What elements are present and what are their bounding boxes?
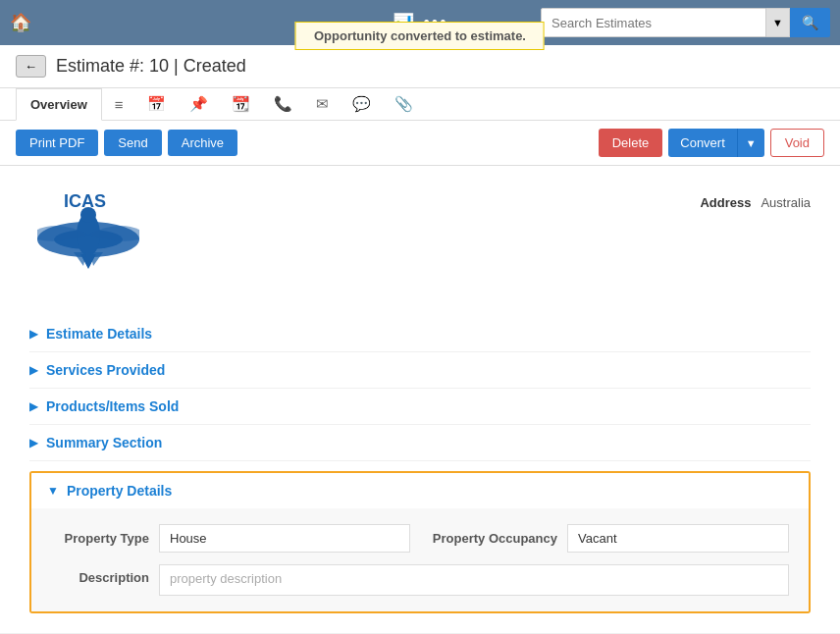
chevron-right-icon: ▶ <box>29 436 38 449</box>
tab-table-icon[interactable]: ≡ <box>104 89 134 120</box>
convert-button-group: Convert ▼ <box>668 129 763 157</box>
tab-pin-icon[interactable]: 📌 <box>179 88 219 120</box>
description-label: Description <box>51 564 149 585</box>
property-details-body: Property Type House Property Occupancy V… <box>31 508 809 611</box>
property-occupancy-field: Property Occupancy Vacant <box>430 524 789 553</box>
chevron-right-icon: ▶ <box>29 399 38 413</box>
notification-banner: Opportunity converted to estimate. <box>295 22 545 50</box>
action-bar-right: Delete Convert ▼ Void <box>599 129 824 157</box>
action-bar: Print PDF Send Archive Delete Convert ▼ … <box>0 121 840 166</box>
search-input[interactable] <box>541 8 766 37</box>
tab-phone-icon[interactable]: 📞 <box>263 88 303 120</box>
summary-section-label[interactable]: Summary Section <box>46 435 162 450</box>
company-logo: ICAS <box>29 185 147 284</box>
address-area: Address Australia <box>700 185 811 210</box>
services-provided-section[interactable]: ▶ Services Provided <box>29 352 811 389</box>
search-go-button[interactable]: 🔍 <box>790 8 830 37</box>
tab-email-icon[interactable]: ✉ <box>305 88 340 120</box>
tab-calendar-icon[interactable]: 📅 <box>136 88 177 120</box>
products-items-section[interactable]: ▶ Products/Items Sold <box>29 389 811 425</box>
page-title: Estimate #: 10 | Created <box>56 56 246 77</box>
summary-section-item[interactable]: ▶ Summary Section <box>29 425 811 461</box>
action-bar-left: Print PDF Send Archive <box>16 130 237 156</box>
estimate-details-label[interactable]: Estimate Details <box>46 326 152 342</box>
property-type-value: House <box>159 524 410 553</box>
address-value: Australia <box>761 195 811 210</box>
search-dropdown-button[interactable]: ▼ <box>766 8 790 37</box>
main-content: ICAS Address Australia ▶ <box>0 166 840 633</box>
property-details-label: Property Details <box>67 483 172 499</box>
property-occupancy-label: Property Occupancy <box>430 531 557 546</box>
chevron-right-icon: ▶ <box>29 363 38 377</box>
header-section: ICAS Address Australia <box>29 185 811 287</box>
tab-notes-icon[interactable]: 💬 <box>341 88 382 120</box>
description-value[interactable]: property description <box>159 564 789 596</box>
property-type-row: Property Type House Property Occupancy V… <box>51 524 789 553</box>
chevron-down-icon: ▼ <box>47 484 59 498</box>
tab-schedule-icon[interactable]: 📆 <box>221 88 261 120</box>
tabs-row: Overview ≡ 📅 📌 📆 📞 ✉ 💬 📎 <box>0 88 840 121</box>
search-bar: ▼ 🔍 <box>541 8 830 37</box>
property-details-header[interactable]: ▼ Property Details <box>31 473 809 508</box>
notification-text: Opportunity converted to estimate. <box>314 28 526 43</box>
tab-attach-icon[interactable]: 📎 <box>384 88 424 120</box>
property-details-section: ▼ Property Details Property Type House P… <box>29 471 811 613</box>
chevron-right-icon: ▶ <box>29 327 38 341</box>
home-icon[interactable]: 🏠 <box>10 12 31 33</box>
svg-marker-6 <box>74 252 86 266</box>
back-button[interactable]: ← <box>16 55 46 78</box>
products-items-label[interactable]: Products/Items Sold <box>46 398 179 414</box>
services-provided-label[interactable]: Services Provided <box>46 362 165 378</box>
convert-dropdown-button[interactable]: ▼ <box>737 129 764 157</box>
convert-button[interactable]: Convert <box>668 129 737 157</box>
address-label: Address <box>700 195 751 210</box>
archive-button[interactable]: Archive <box>168 130 237 156</box>
delete-button[interactable]: Delete <box>599 129 663 157</box>
property-type-field: Property Type House <box>51 524 410 553</box>
logo-area: ICAS <box>29 185 186 287</box>
void-button[interactable]: Void <box>770 129 824 157</box>
svg-marker-7 <box>90 252 103 266</box>
tab-overview[interactable]: Overview <box>16 88 102 121</box>
svg-point-4 <box>80 207 96 223</box>
page-header: ← Estimate #: 10 | Created <box>0 45 840 88</box>
property-type-label: Property Type <box>51 531 149 546</box>
property-occupancy-value: Vacant <box>567 524 789 553</box>
description-row: Description property description <box>51 564 789 596</box>
send-button[interactable]: Send <box>104 130 161 156</box>
print-pdf-button[interactable]: Print PDF <box>16 130 98 156</box>
estimate-details-section[interactable]: ▶ Estimate Details <box>29 316 811 352</box>
